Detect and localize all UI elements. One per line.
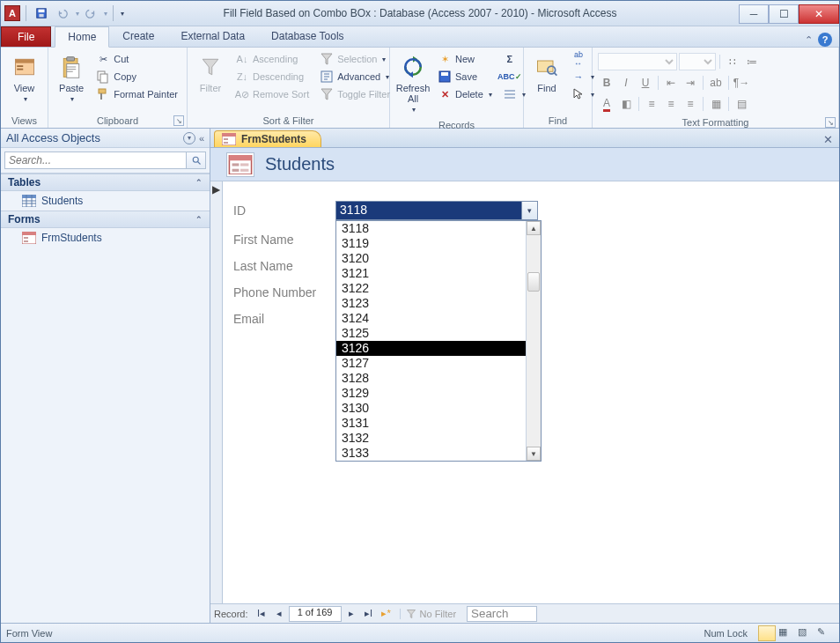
ascending-button[interactable]: A↓Ascending (232, 51, 313, 67)
record-search-input[interactable] (467, 606, 537, 622)
dropdown-item[interactable]: 3131 (336, 416, 526, 431)
file-tab[interactable]: File (1, 26, 51, 47)
scroll-down-button[interactable]: ▼ (527, 447, 541, 461)
view-button[interactable]: View ▾ (6, 51, 42, 105)
qat-customize-icon[interactable]: ▾ (121, 10, 124, 18)
textfmt-dialog-launcher[interactable]: ↘ (825, 117, 836, 128)
dropdown-item[interactable]: 3118 (336, 221, 526, 236)
save-qat-button[interactable] (32, 4, 51, 23)
dropdown-item[interactable]: 3129 (336, 386, 526, 401)
descending-button[interactable]: Z↓Descending (232, 69, 313, 85)
find-button[interactable]: Find (529, 51, 564, 95)
refresh-all-button[interactable]: Refresh All ▾ (395, 51, 431, 115)
font-family-select[interactable] (598, 53, 677, 70)
new-record-nav-button[interactable]: ▸* (379, 606, 394, 622)
nav-menu-icon[interactable]: ▾ (183, 132, 195, 144)
nav-item-students-table[interactable]: Students (1, 191, 210, 211)
datasheet-view-button[interactable]: ▦ (777, 625, 795, 641)
delete-record-button[interactable]: ✕Delete▾ (434, 86, 496, 102)
form-view-button[interactable] (758, 625, 776, 641)
dropdown-item[interactable]: 3120 (336, 251, 526, 266)
id-combobox[interactable]: 3118 ▾ (335, 201, 538, 220)
dropdown-item[interactable]: 3133 (336, 446, 526, 461)
increase-indent-button[interactable]: ⇥ (682, 74, 699, 92)
font-size-select[interactable] (679, 53, 716, 70)
prev-record-button[interactable]: ◂ (271, 606, 287, 622)
redo-button[interactable] (81, 4, 100, 23)
remove-sort-button[interactable]: A⊘Remove Sort (232, 86, 313, 102)
dropdown-item[interactable]: 3119 (336, 236, 526, 251)
combobox-dropdown-button[interactable]: ▾ (521, 202, 537, 219)
dropdown-item[interactable]: 3126 (336, 341, 526, 356)
redo-split-icon[interactable]: ▾ (104, 10, 107, 18)
nav-cat-tables[interactable]: Tables⌃ (1, 174, 210, 191)
form-tab-frmstudents[interactable]: FrmStudents (214, 130, 321, 147)
nav-header[interactable]: All Access Objects (6, 131, 100, 144)
tab-home[interactable]: Home (55, 26, 109, 48)
filter-button[interactable]: Filter (193, 51, 228, 95)
paste-button[interactable]: Paste ▾ (54, 51, 89, 105)
undo-button[interactable] (53, 4, 72, 23)
ltr-button[interactable]: ¶→ (733, 74, 750, 92)
last-record-button[interactable]: ▸I (361, 606, 377, 622)
gridlines-button[interactable]: ▦ (707, 95, 725, 113)
first-record-button[interactable]: I◂ (254, 606, 269, 622)
dropdown-item[interactable]: 3128 (336, 371, 526, 386)
nav-search-input[interactable] (4, 152, 187, 169)
minimize-button[interactable]: ─ (739, 4, 769, 24)
tab-external-data[interactable]: External Data (167, 26, 258, 47)
layout-view-button[interactable]: ▧ (797, 625, 814, 641)
clipboard-dialog-launcher[interactable]: ↘ (173, 115, 184, 126)
font-color-button[interactable]: A (598, 95, 615, 113)
dropdown-item[interactable]: 3123 (336, 296, 526, 311)
close-tab-button[interactable]: ✕ (820, 131, 836, 147)
save-record-button[interactable]: Save (434, 69, 496, 85)
copy-button[interactable]: Copy (92, 69, 181, 85)
dropdown-scrollbar[interactable]: ▲ ▼ (526, 221, 541, 461)
scroll-up-button[interactable]: ▲ (527, 221, 541, 235)
bold-button[interactable]: B (598, 74, 615, 92)
scroll-thumb[interactable] (527, 272, 540, 292)
design-view-button[interactable]: ✎ (816, 625, 834, 641)
next-record-button[interactable]: ▸ (343, 606, 359, 622)
record-selector[interactable]: ▶ (210, 181, 223, 603)
no-filter-indicator[interactable]: No Filter (400, 609, 462, 619)
new-record-button[interactable]: ✶New (434, 51, 496, 67)
minimize-ribbon-icon[interactable]: ⌃ (805, 34, 813, 46)
decrease-indent-button[interactable]: ⇤ (662, 74, 680, 92)
dropdown-item[interactable]: 3132 (336, 431, 526, 446)
format-painter-button[interactable]: Format Painter (92, 86, 181, 102)
dropdown-item[interactable]: 3130 (336, 401, 526, 416)
alt-row-button[interactable]: ▤ (733, 95, 750, 113)
maximize-button[interactable]: ☐ (769, 4, 799, 24)
toggle-filter-button[interactable]: Toggle Filter (316, 86, 394, 102)
close-button[interactable]: ✕ (799, 4, 839, 24)
dropdown-item[interactable]: 3122 (336, 281, 526, 296)
numbering-button[interactable]: ≔ (743, 53, 761, 70)
advanced-button[interactable]: Advanced▾ (316, 69, 394, 85)
align-center-button[interactable]: ≡ (662, 95, 680, 113)
nav-collapse-icon[interactable]: « (199, 133, 204, 144)
dropdown-item[interactable]: 3125 (336, 326, 526, 341)
underline-button[interactable]: U (637, 74, 654, 92)
fill-color-button[interactable]: ◧ (617, 95, 635, 113)
nav-search-button[interactable] (187, 152, 206, 169)
italic-button[interactable]: I (617, 74, 635, 92)
record-position[interactable]: 1 of 169 (289, 606, 342, 622)
cut-button[interactable]: ✂Cut (92, 51, 181, 67)
bullets-button[interactable]: ∷ (724, 53, 741, 70)
align-right-button[interactable]: ≡ (682, 95, 699, 113)
nav-item-frmstudents[interactable]: FrmStudents (1, 228, 210, 248)
dropdown-item[interactable]: 3124 (336, 311, 526, 326)
highlight-button[interactable]: ab (707, 74, 725, 92)
selection-button[interactable]: Selection▾ (316, 51, 394, 67)
id-combobox-value[interactable]: 3118 (336, 202, 521, 219)
undo-split-icon[interactable]: ▾ (76, 10, 79, 18)
tab-database-tools[interactable]: Database Tools (258, 26, 357, 47)
align-left-button[interactable]: ≡ (643, 95, 660, 113)
dropdown-item[interactable]: 3121 (336, 266, 526, 281)
dropdown-item[interactable]: 3127 (336, 356, 526, 371)
nav-cat-forms[interactable]: Forms⌃ (1, 211, 210, 228)
tab-create[interactable]: Create (109, 26, 167, 47)
help-icon[interactable]: ? (818, 33, 832, 47)
